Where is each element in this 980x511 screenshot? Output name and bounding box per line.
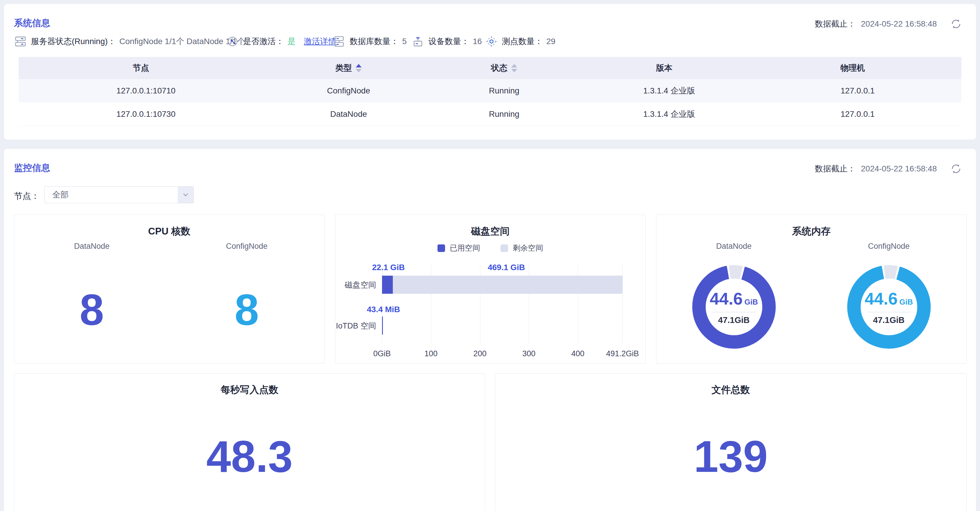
device-count-value: 16 xyxy=(473,37,482,46)
cell-type: DataNode xyxy=(273,110,424,119)
data-cutoff-value: 2024-05-22 16:58:48 xyxy=(861,164,937,174)
data-cutoff-value: 2024-05-22 16:58:48 xyxy=(861,19,937,29)
system-memory-card: 系统内存 DataNode ConfigNode 44.6 GiB 47.1Gi… xyxy=(656,215,967,364)
legend-item-free: 剩余空间 xyxy=(501,243,543,253)
server-status-item: 服务器状态(Running)： ConfigNode 1/1个 DataNode… xyxy=(14,34,245,49)
disk-bar-free-segment xyxy=(393,276,622,294)
column-label: 类型 xyxy=(335,62,352,73)
device-count-label: 设备数量： xyxy=(428,36,469,47)
table-row: 127.0.0.1:10710 ConfigNode Running 1.3.1… xyxy=(19,79,961,102)
cell-host: 127.0.0.1 xyxy=(754,110,961,119)
data-cutoff-label: 数据截止： xyxy=(815,163,856,174)
write-points-value: 48.3 xyxy=(14,434,485,479)
legend-label: 剩余空间 xyxy=(513,243,543,253)
memory-used-value: 44.6 xyxy=(865,289,898,308)
legend-item-used: 已用空间 xyxy=(438,243,480,253)
cpu-datanode-value: 8 xyxy=(14,288,169,332)
disk-bar xyxy=(382,316,383,335)
x-tick-label: 200 xyxy=(473,349,487,358)
cell-type: ConfigNode xyxy=(273,86,424,96)
memory-confignode-donut: 44.6 GiB 47.1GiB xyxy=(847,265,931,349)
column-header-host: 物理机 xyxy=(754,62,961,73)
database-icon xyxy=(333,35,345,48)
node-filter-select[interactable]: 全部 xyxy=(45,186,194,203)
divider xyxy=(712,312,756,313)
sort-carets-icon[interactable] xyxy=(356,64,361,72)
write-points-card: 每秒写入点数 48.3 xyxy=(14,373,485,511)
disk-space-card: 磁盘空间 已用空间 剩余空间 磁盘空间 IoTDB 空间 22.1 GiB 46… xyxy=(335,215,646,364)
data-cutoff-label: 数据截止： xyxy=(815,18,856,29)
server-status-icon xyxy=(14,35,27,48)
measurement-count-label: 测点数量： xyxy=(502,36,543,47)
used-swatch-icon xyxy=(438,244,445,252)
disk-bar-used-segment xyxy=(382,276,393,294)
donut-center: 44.6 GiB 47.1GiB xyxy=(861,279,917,335)
column-header-status[interactable]: 状态 xyxy=(424,62,584,73)
legend-label: 已用空间 xyxy=(450,243,480,253)
disk-legend: 已用空间 剩余空间 xyxy=(335,243,645,253)
memory-total-value: 47.1GiB xyxy=(718,315,750,325)
gridline xyxy=(622,265,623,344)
column-label: 节点 xyxy=(133,62,149,73)
memory-total-value: 47.1GiB xyxy=(873,315,905,325)
disk-free-value-label: 469.1 GiB xyxy=(488,263,525,272)
monitor-data-cutoff: 数据截止： 2024-05-22 16:58:48 xyxy=(815,163,962,175)
activation-value: 是 xyxy=(288,36,296,47)
cell-status: Running xyxy=(424,86,584,96)
database-count-value: 5 xyxy=(402,37,407,46)
cpu-cores-card: CPU 核数 DataNode ConfigNode 8 8 xyxy=(14,215,325,364)
measurement-count-value: 29 xyxy=(546,37,555,46)
node-table: 节点 类型 状态 版本 物理机 xyxy=(19,57,961,126)
dashboard: 系统信息 数据截止： 2024-05-22 16:58:48 服务器状态(Run… xyxy=(0,0,980,511)
activation-label: 是否激活： xyxy=(243,36,284,47)
memory-used-value: 44.6 xyxy=(710,289,743,308)
sort-carets-icon[interactable] xyxy=(511,64,517,72)
column-label: 物理机 xyxy=(840,62,865,73)
node-table-header: 节点 类型 状态 版本 物理机 xyxy=(19,57,961,79)
x-tick-label: 300 xyxy=(522,349,536,358)
column-header-type[interactable]: 类型 xyxy=(273,62,424,73)
total-files-card: 文件总数 139 xyxy=(495,373,967,511)
node-filter-label: 节点： xyxy=(14,190,40,202)
table-row: 127.0.0.1:10730 DataNode Running 1.3.1.4… xyxy=(19,102,961,126)
node-filter-value: 全部 xyxy=(52,189,68,200)
disk-used-value-label: 22.1 GiB xyxy=(372,263,405,272)
cell-node: 127.0.0.1:10730 xyxy=(19,110,273,119)
memory-confignode-label: ConfigNode xyxy=(811,242,966,251)
disk-category-label: IoTDB 空间 xyxy=(336,321,376,331)
system-section-title: 系统信息 xyxy=(14,17,50,29)
activation-icon xyxy=(226,35,239,48)
donut-center: 44.6 GiB 47.1GiB xyxy=(706,279,762,335)
server-status-label: 服务器状态(Running)： xyxy=(31,36,116,47)
free-swatch-icon xyxy=(501,244,508,252)
total-files-value: 139 xyxy=(495,434,966,479)
disk-bar xyxy=(382,276,622,294)
total-files-title: 文件总数 xyxy=(495,383,966,396)
x-tick-label: 491.2GiB xyxy=(606,349,639,358)
cell-status: Running xyxy=(424,110,584,119)
write-points-title: 每秒写入点数 xyxy=(14,383,485,396)
monitor-section-title: 监控信息 xyxy=(14,162,50,174)
measurement-count-item: 测点数量： 29 xyxy=(485,34,555,49)
refresh-icon[interactable] xyxy=(950,163,962,175)
cell-host: 127.0.0.1 xyxy=(754,86,961,96)
cell-version: 1.3.1.4 企业版 xyxy=(584,85,754,96)
cpu-datanode-label: DataNode xyxy=(14,242,169,251)
database-count-item: 数据库数量： 5 xyxy=(333,34,407,49)
disk-bar-plot: 磁盘空间 IoTDB 空间 22.1 GiB 469.1 GiB 43.4 Mi… xyxy=(382,265,622,344)
memory-confignode-donut-wrap: 44.6 GiB 47.1GiB xyxy=(811,265,966,349)
device-count-item: 设备数量： 16 xyxy=(412,34,482,49)
disk-card-title: 磁盘空间 xyxy=(335,225,645,238)
system-data-cutoff: 数据截止： 2024-05-22 16:58:48 xyxy=(815,18,962,30)
activation-detail-link[interactable]: 激活详情 xyxy=(304,36,336,47)
refresh-icon[interactable] xyxy=(950,18,962,30)
divider xyxy=(867,312,911,313)
cpu-confignode-label: ConfigNode xyxy=(169,242,324,251)
disk-bar-used-segment xyxy=(382,316,383,335)
column-header-version: 版本 xyxy=(584,62,754,73)
monitor-info-panel: 监控信息 数据截止： 2024-05-22 16:58:48 节点： 全部 CP… xyxy=(4,149,976,511)
x-tick-label: 0GiB xyxy=(373,349,391,358)
system-info-panel: 系统信息 数据截止： 2024-05-22 16:58:48 服务器状态(Run… xyxy=(4,4,976,140)
memory-datanode-label: DataNode xyxy=(656,242,811,251)
x-tick-label: 100 xyxy=(424,349,438,358)
